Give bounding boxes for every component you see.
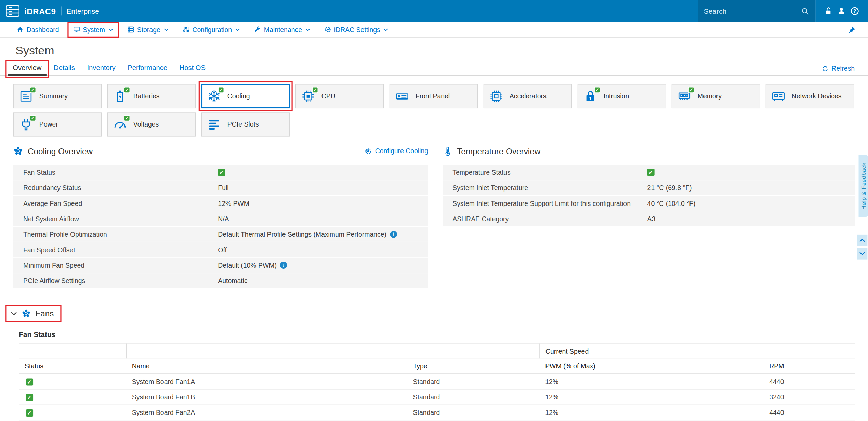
group-cell-empty bbox=[127, 344, 540, 358]
status-ok-icon: ✓ bbox=[647, 169, 655, 176]
nav-item-label: Storage bbox=[137, 26, 160, 34]
row-value: 40 °C (104.0 °F) bbox=[647, 199, 696, 207]
tile-label: Intrusion bbox=[604, 92, 629, 100]
row-label: Minimum Fan Speed bbox=[13, 261, 218, 269]
scroll-down-icon[interactable] bbox=[857, 248, 868, 260]
nav-item-maintenance[interactable]: Maintenance bbox=[251, 24, 314, 35]
row-value: 12% PWM bbox=[218, 199, 249, 207]
accelerators-icon bbox=[489, 89, 503, 103]
overview-row-redundancy-status: Redundancy StatusFull bbox=[13, 180, 428, 196]
temperature-overview-title: Temperature Overview bbox=[457, 146, 540, 156]
user-icon[interactable] bbox=[837, 6, 846, 15]
fan-rpm-cell: 4440 bbox=[764, 405, 855, 420]
overview-row-thermal-profile-optimization: Thermal Profile OptimizationDefault Ther… bbox=[13, 227, 428, 242]
info-icon[interactable]: i bbox=[280, 262, 287, 269]
search-input[interactable] bbox=[704, 7, 801, 15]
configure-cooling-link[interactable]: Configure Cooling bbox=[365, 147, 428, 155]
nav-item-idrac-settings[interactable]: iDRAC Settings bbox=[321, 24, 392, 35]
row-label: System Inlet Temperature bbox=[443, 184, 647, 192]
fan-icon bbox=[13, 146, 23, 156]
fans-section-toggle[interactable]: Fans bbox=[8, 307, 60, 320]
nav-item-label: iDRAC Settings bbox=[334, 26, 380, 34]
row-label: ASHRAE Category bbox=[443, 215, 647, 223]
row-label: PCIe Airflow Settings bbox=[13, 277, 218, 285]
row-value-text: 40 °C (104.0 °F) bbox=[647, 199, 696, 207]
fan-pwm-cell: 12% bbox=[540, 374, 764, 389]
column-header-rpm: RPM bbox=[764, 358, 855, 373]
cooling-overview-header: Cooling Overview Configure Cooling bbox=[13, 144, 428, 158]
help-feedback-tab[interactable]: Help & Feedback bbox=[859, 155, 868, 217]
tab-overview[interactable]: Overview bbox=[8, 62, 47, 76]
row-value: Default (10% PWM)i bbox=[218, 261, 287, 269]
tile-power[interactable]: ✓Power bbox=[13, 112, 102, 136]
search-box[interactable] bbox=[698, 0, 815, 22]
temperature-overview-section: Temperature Overview Temperature Status✓… bbox=[443, 144, 855, 289]
fans-section-header: Fans bbox=[8, 307, 868, 320]
storage-icon bbox=[127, 26, 134, 33]
nav-item-dashboard[interactable]: Dashboard bbox=[13, 24, 63, 35]
pin-icon[interactable] bbox=[847, 26, 856, 34]
edition-label: Enterprise bbox=[66, 7, 99, 15]
column-header-name: Name bbox=[127, 358, 408, 373]
chevron-down-icon bbox=[163, 28, 169, 31]
tab-host-os[interactable]: Host OS bbox=[174, 62, 211, 75]
overview-row-ashrae-category: ASHRAE CategoryA3 bbox=[443, 211, 855, 227]
row-label: Thermal Profile Optimization bbox=[13, 231, 218, 238]
nav-items: DashboardSystemStorageConfigurationMaint… bbox=[13, 24, 392, 35]
tile-batteries[interactable]: ✓Batteries bbox=[107, 84, 196, 108]
row-value-text: 21 °C (69.8 °F) bbox=[647, 184, 692, 192]
tile-label: Cooling bbox=[227, 92, 250, 100]
tile-voltages[interactable]: ✓Voltages bbox=[107, 112, 196, 136]
overview-row-fan-status: Fan Status✓ bbox=[13, 165, 428, 180]
nav-item-storage[interactable]: Storage bbox=[124, 24, 172, 35]
tile-pcie-slots[interactable]: PCIe Slots bbox=[201, 112, 290, 136]
idrac-enterprise-app: iDRAC9 Enterprise ? DashboardSystemStora… bbox=[0, 0, 868, 421]
gear-icon bbox=[365, 147, 372, 155]
summary-icon: ✓ bbox=[19, 89, 33, 103]
overview-row-pcie-airflow-settings: PCIe Airflow SettingsAutomatic bbox=[13, 273, 428, 289]
row-value: N/A bbox=[218, 215, 229, 223]
refresh-button[interactable]: Refresh bbox=[821, 65, 855, 73]
info-icon[interactable]: i bbox=[390, 231, 397, 238]
tile-cpu[interactable]: ✓CPU bbox=[295, 84, 384, 108]
idrac-logo-icon[interactable] bbox=[5, 5, 20, 17]
tile-network-devices[interactable]: Network Devices bbox=[766, 84, 854, 108]
tile-front-panel[interactable]: Front Panel bbox=[390, 84, 478, 108]
unlock-icon[interactable] bbox=[824, 6, 833, 15]
configuration-icon bbox=[182, 26, 189, 33]
nav-item-configuration[interactable]: Configuration bbox=[179, 24, 244, 35]
tile-label: Voltages bbox=[133, 121, 159, 129]
row-value: ✓ bbox=[218, 169, 225, 176]
row-value-text: Default (10% PWM) bbox=[218, 261, 277, 269]
help-icon[interactable]: ? bbox=[850, 6, 859, 15]
tab-inventory[interactable]: Inventory bbox=[82, 62, 120, 75]
row-value-text: A3 bbox=[647, 215, 656, 223]
status-ok-icon: ✓ bbox=[26, 394, 33, 401]
row-label: Net System Airflow bbox=[13, 215, 218, 223]
fans-section-title: Fans bbox=[36, 309, 54, 318]
row-value: ✓ bbox=[647, 169, 655, 176]
status-ok-icon: ✓ bbox=[26, 378, 33, 385]
tab-bar: OverviewDetailsInventoryPerformanceHost … bbox=[0, 62, 868, 76]
ok-badge-icon: ✓ bbox=[124, 115, 130, 121]
tile-intrusion[interactable]: ✓Intrusion bbox=[578, 84, 666, 108]
ok-badge-icon: ✓ bbox=[218, 87, 224, 93]
status-ok-icon: ✓ bbox=[218, 169, 225, 176]
nav-item-label: Configuration bbox=[193, 26, 232, 34]
tile-summary[interactable]: ✓Summary bbox=[13, 84, 102, 108]
tile-accelerators[interactable]: Accelerators bbox=[484, 84, 572, 108]
home-icon bbox=[17, 26, 24, 33]
tile-label: Memory bbox=[698, 92, 722, 100]
nav-item-system[interactable]: System bbox=[69, 24, 117, 35]
tile-memory[interactable]: ✓Memory bbox=[672, 84, 760, 108]
tile-cooling[interactable]: ✓Cooling bbox=[201, 84, 290, 108]
ok-badge-icon: ✓ bbox=[124, 87, 130, 93]
chevron-down-icon bbox=[305, 28, 311, 31]
tab-performance[interactable]: Performance bbox=[123, 62, 172, 75]
search-icon[interactable] bbox=[801, 7, 809, 15]
cpu-icon: ✓ bbox=[301, 89, 315, 103]
battery-icon: ✓ bbox=[113, 89, 127, 103]
tab-details[interactable]: Details bbox=[49, 62, 80, 75]
fan-status-cell: ✓ bbox=[19, 389, 127, 405]
scroll-up-icon[interactable] bbox=[857, 235, 868, 246]
